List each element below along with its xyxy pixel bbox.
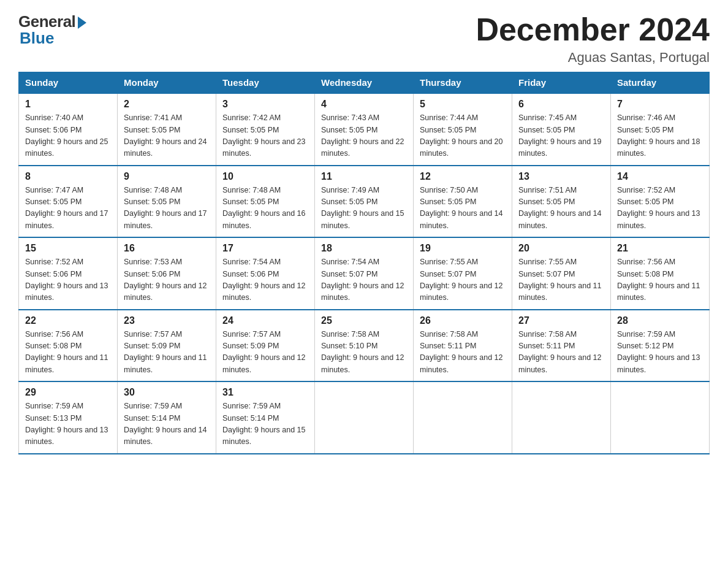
day-number: 2 xyxy=(124,99,210,110)
day-info: Sunrise: 7:52 AMSunset: 5:06 PMDaylight:… xyxy=(25,258,108,302)
table-row: 13 Sunrise: 7:51 AMSunset: 5:05 PMDaylig… xyxy=(512,166,611,238)
day-number: 14 xyxy=(617,171,703,182)
table-row: 6 Sunrise: 7:45 AMSunset: 5:05 PMDayligh… xyxy=(512,93,611,166)
calendar-week-row: 15 Sunrise: 7:52 AMSunset: 5:06 PMDaylig… xyxy=(19,237,710,310)
col-sunday: Sunday xyxy=(19,72,118,94)
table-row: 24 Sunrise: 7:57 AMSunset: 5:09 PMDaylig… xyxy=(216,310,315,382)
table-row: 15 Sunrise: 7:52 AMSunset: 5:06 PMDaylig… xyxy=(19,237,118,310)
day-number: 13 xyxy=(518,171,604,182)
day-info: Sunrise: 7:43 AMSunset: 5:05 PMDaylight:… xyxy=(321,113,404,158)
day-info: Sunrise: 7:46 AMSunset: 5:05 PMDaylight:… xyxy=(617,113,700,158)
day-info: Sunrise: 7:50 AMSunset: 5:05 PMDaylight:… xyxy=(420,186,503,230)
day-number: 9 xyxy=(124,171,210,182)
table-row: 14 Sunrise: 7:52 AMSunset: 5:05 PMDaylig… xyxy=(611,166,710,238)
day-number: 25 xyxy=(321,315,407,326)
day-number: 8 xyxy=(25,171,111,182)
day-number: 15 xyxy=(25,243,111,254)
day-number: 11 xyxy=(321,171,407,182)
table-row: 9 Sunrise: 7:48 AMSunset: 5:05 PMDayligh… xyxy=(118,166,216,238)
day-info: Sunrise: 7:45 AMSunset: 5:05 PMDaylight:… xyxy=(518,113,602,158)
table-row: 20 Sunrise: 7:55 AMSunset: 5:07 PMDaylig… xyxy=(512,237,611,310)
col-wednesday: Wednesday xyxy=(315,72,414,94)
table-row: 31 Sunrise: 7:59 AMSunset: 5:14 PMDaylig… xyxy=(216,381,315,454)
table-row: 3 Sunrise: 7:42 AMSunset: 5:05 PMDayligh… xyxy=(216,93,315,166)
table-row: 5 Sunrise: 7:44 AMSunset: 5:05 PMDayligh… xyxy=(414,93,512,166)
day-number: 6 xyxy=(518,99,604,110)
day-number: 16 xyxy=(124,243,210,254)
table-row: 21 Sunrise: 7:56 AMSunset: 5:08 PMDaylig… xyxy=(611,237,710,310)
day-number: 4 xyxy=(321,99,407,110)
day-number: 29 xyxy=(25,387,111,398)
day-info: Sunrise: 7:59 AMSunset: 5:14 PMDaylight:… xyxy=(124,402,207,446)
day-number: 12 xyxy=(420,171,506,182)
table-row: 26 Sunrise: 7:58 AMSunset: 5:11 PMDaylig… xyxy=(414,310,512,382)
day-number: 5 xyxy=(420,99,506,110)
day-info: Sunrise: 7:44 AMSunset: 5:05 PMDaylight:… xyxy=(420,113,503,158)
logo-blue-text: Blue xyxy=(20,29,54,48)
day-info: Sunrise: 7:54 AMSunset: 5:06 PMDaylight:… xyxy=(222,258,306,302)
table-row: 16 Sunrise: 7:53 AMSunset: 5:06 PMDaylig… xyxy=(118,237,216,310)
day-info: Sunrise: 7:58 AMSunset: 5:11 PMDaylight:… xyxy=(420,330,503,374)
day-number: 17 xyxy=(222,243,308,254)
table-row: 30 Sunrise: 7:59 AMSunset: 5:14 PMDaylig… xyxy=(118,381,216,454)
day-info: Sunrise: 7:47 AMSunset: 5:05 PMDaylight:… xyxy=(25,186,108,230)
day-number: 20 xyxy=(518,243,604,254)
day-number: 23 xyxy=(124,315,210,326)
calendar-week-row: 1 Sunrise: 7:40 AMSunset: 5:06 PMDayligh… xyxy=(19,93,710,166)
day-info: Sunrise: 7:55 AMSunset: 5:07 PMDaylight:… xyxy=(518,258,602,302)
table-row: 23 Sunrise: 7:57 AMSunset: 5:09 PMDaylig… xyxy=(118,310,216,382)
day-info: Sunrise: 7:59 AMSunset: 5:13 PMDaylight:… xyxy=(25,402,108,446)
table-row: 1 Sunrise: 7:40 AMSunset: 5:06 PMDayligh… xyxy=(19,93,118,166)
day-info: Sunrise: 7:56 AMSunset: 5:08 PMDaylight:… xyxy=(25,330,108,374)
day-number: 28 xyxy=(617,315,703,326)
day-info: Sunrise: 7:59 AMSunset: 5:14 PMDaylight:… xyxy=(222,402,306,446)
calendar-table: Sunday Monday Tuesday Wednesday Thursday… xyxy=(18,72,710,454)
calendar-header-row: Sunday Monday Tuesday Wednesday Thursday… xyxy=(19,72,710,94)
table-row: 7 Sunrise: 7:46 AMSunset: 5:05 PMDayligh… xyxy=(611,93,710,166)
day-info: Sunrise: 7:40 AMSunset: 5:06 PMDaylight:… xyxy=(25,113,108,158)
day-info: Sunrise: 7:58 AMSunset: 5:10 PMDaylight:… xyxy=(321,330,404,374)
day-number: 3 xyxy=(222,99,308,110)
day-number: 21 xyxy=(617,243,703,254)
table-row: 4 Sunrise: 7:43 AMSunset: 5:05 PMDayligh… xyxy=(315,93,414,166)
table-row: 10 Sunrise: 7:48 AMSunset: 5:05 PMDaylig… xyxy=(216,166,315,238)
table-row: 12 Sunrise: 7:50 AMSunset: 5:05 PMDaylig… xyxy=(414,166,512,238)
day-info: Sunrise: 7:56 AMSunset: 5:08 PMDaylight:… xyxy=(617,258,700,302)
day-number: 27 xyxy=(518,315,604,326)
day-info: Sunrise: 7:42 AMSunset: 5:05 PMDaylight:… xyxy=(222,113,306,158)
day-number: 31 xyxy=(222,387,308,398)
day-number: 19 xyxy=(420,243,506,254)
table-row: 11 Sunrise: 7:49 AMSunset: 5:05 PMDaylig… xyxy=(315,166,414,238)
day-info: Sunrise: 7:57 AMSunset: 5:09 PMDaylight:… xyxy=(124,330,207,374)
day-info: Sunrise: 7:57 AMSunset: 5:09 PMDaylight:… xyxy=(222,330,306,374)
table-row: 27 Sunrise: 7:58 AMSunset: 5:11 PMDaylig… xyxy=(512,310,611,382)
day-info: Sunrise: 7:48 AMSunset: 5:05 PMDaylight:… xyxy=(222,186,306,230)
table-row: 29 Sunrise: 7:59 AMSunset: 5:13 PMDaylig… xyxy=(19,381,118,454)
page-header: General Blue December 2024 Aguas Santas,… xyxy=(18,12,710,66)
day-info: Sunrise: 7:41 AMSunset: 5:05 PMDaylight:… xyxy=(124,113,207,158)
table-row: 28 Sunrise: 7:59 AMSunset: 5:12 PMDaylig… xyxy=(611,310,710,382)
table-row: 17 Sunrise: 7:54 AMSunset: 5:06 PMDaylig… xyxy=(216,237,315,310)
day-info: Sunrise: 7:51 AMSunset: 5:05 PMDaylight:… xyxy=(518,186,602,230)
calendar-week-row: 29 Sunrise: 7:59 AMSunset: 5:13 PMDaylig… xyxy=(19,381,710,454)
day-info: Sunrise: 7:49 AMSunset: 5:05 PMDaylight:… xyxy=(321,186,404,230)
col-saturday: Saturday xyxy=(611,72,710,94)
day-number: 7 xyxy=(617,99,703,110)
table-row xyxy=(414,381,512,454)
day-number: 10 xyxy=(222,171,308,182)
logo-arrow-icon xyxy=(78,17,86,29)
day-info: Sunrise: 7:55 AMSunset: 5:07 PMDaylight:… xyxy=(420,258,503,302)
table-row: 8 Sunrise: 7:47 AMSunset: 5:05 PMDayligh… xyxy=(19,166,118,238)
day-info: Sunrise: 7:54 AMSunset: 5:07 PMDaylight:… xyxy=(321,258,404,302)
col-monday: Monday xyxy=(118,72,216,94)
day-info: Sunrise: 7:52 AMSunset: 5:05 PMDaylight:… xyxy=(617,186,700,230)
logo: General Blue xyxy=(18,12,86,48)
day-number: 22 xyxy=(25,315,111,326)
col-thursday: Thursday xyxy=(414,72,512,94)
day-number: 1 xyxy=(25,99,111,110)
table-row: 18 Sunrise: 7:54 AMSunset: 5:07 PMDaylig… xyxy=(315,237,414,310)
title-section: December 2024 Aguas Santas, Portugal xyxy=(476,12,710,66)
table-row xyxy=(512,381,611,454)
day-info: Sunrise: 7:59 AMSunset: 5:12 PMDaylight:… xyxy=(617,330,700,374)
location: Aguas Santas, Portugal xyxy=(476,50,710,66)
